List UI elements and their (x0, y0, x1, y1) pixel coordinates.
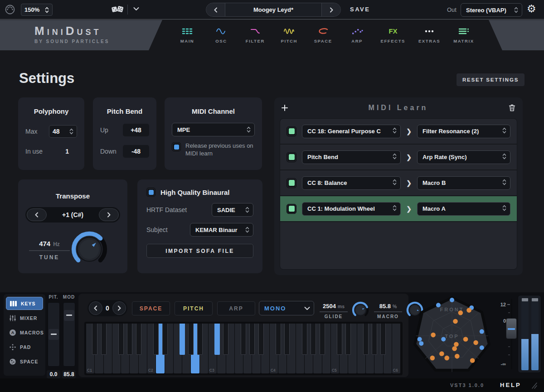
glide-value[interactable]: 2504 (323, 303, 336, 310)
wheel-track[interactable] (48, 302, 60, 367)
release-previous-checkbox[interactable] (172, 142, 181, 151)
zoom-level-control[interactable]: 150% (21, 4, 53, 16)
black-key-fs4[interactable] (302, 324, 307, 355)
macro-value[interactable]: 85.8 (379, 303, 391, 310)
sidebar-item-space[interactable]: SPACE (6, 355, 43, 368)
sidebar-item-macros[interactable]: AMACROS (6, 326, 43, 339)
tab-matrix[interactable]: MATRIX (453, 27, 474, 44)
wheel-handle[interactable] (49, 329, 59, 340)
preset-name[interactable]: Moogey Leyd* (225, 6, 321, 13)
mapping-enabled-checkbox[interactable] (287, 152, 296, 162)
polyphony-max-stepper[interactable]: 48 (49, 125, 77, 138)
help-button[interactable]: HELP (500, 382, 521, 388)
midi-learn-row[interactable]: CC 18: General Purpose C❯Filter Resonanc… (280, 119, 517, 145)
octave-up-button[interactable] (112, 301, 126, 315)
tab-effects[interactable]: FXEFFECTS (381, 27, 405, 44)
mapping-target-select[interactable]: Filter Resonance (2) (417, 125, 510, 138)
add-mapping-icon[interactable] (282, 105, 288, 111)
black-key-as4[interactable] (320, 324, 325, 355)
wheel-track[interactable] (63, 302, 75, 367)
high-quality-binaural-checkbox[interactable] (146, 188, 155, 197)
resize-handle-icon[interactable] (529, 382, 538, 389)
black-key-ds3[interactable] (223, 324, 228, 355)
mapping-enabled-checkbox[interactable] (287, 126, 296, 136)
black-key-gs5[interactable] (372, 324, 377, 355)
black-key-ds4[interactable] (284, 324, 290, 355)
bend-down-value[interactable]: -48 (123, 145, 149, 158)
tab-osc[interactable]: OSC (211, 27, 232, 44)
sidebar-item-mixer[interactable]: MIXER (6, 311, 43, 324)
black-key-as5[interactable] (380, 324, 386, 355)
black-key-cs4[interactable] (276, 324, 281, 355)
mapping-source-select[interactable]: CC 18: General Purpose C (302, 125, 401, 138)
save-button[interactable]: SAVE (350, 6, 370, 13)
black-key-gs4[interactable] (311, 324, 316, 355)
mode-button-pitch[interactable]: PITCH (175, 301, 213, 315)
black-key-fs2[interactable] (180, 324, 185, 355)
glide-knob[interactable] (351, 301, 369, 321)
tab-pitch[interactable]: PITCH (279, 27, 300, 44)
black-key-as3[interactable] (258, 324, 264, 355)
black-key-cs1[interactable] (92, 324, 97, 355)
mapping-source-select[interactable]: Pitch Bend (302, 150, 401, 164)
preset-prev-button[interactable] (206, 3, 225, 16)
black-key-fs5[interactable] (363, 324, 369, 355)
tune-value[interactable]: 474 (39, 240, 50, 247)
tune-knob[interactable] (70, 230, 109, 271)
mode-button-space[interactable]: SPACE (132, 301, 170, 315)
black-key-fs1[interactable] (118, 324, 124, 355)
wheel-handle[interactable] (64, 310, 74, 321)
settings-gear-icon[interactable]: ⚙ (527, 4, 536, 14)
black-key-cs5[interactable] (337, 324, 342, 355)
preset-next-button[interactable] (321, 3, 340, 16)
black-key-ds2[interactable] (162, 324, 168, 355)
transpose-next-button[interactable] (99, 208, 119, 221)
volume-fader-handle[interactable] (506, 318, 517, 339)
mapping-target-select[interactable]: Macro A (417, 202, 510, 216)
midi-learn-row[interactable]: CC 1: Modulation Wheel❯Macro A (280, 196, 517, 222)
sidebar-item-pad[interactable]: PAD (6, 340, 43, 353)
mapping-target-select[interactable]: Arp Rate (Sync) (417, 150, 510, 164)
mapping-source-select[interactable]: CC 1: Modulation Wheel (302, 202, 401, 216)
black-key-ds5[interactable] (345, 324, 351, 355)
mapping-target-select[interactable]: Macro B (417, 176, 510, 190)
bend-up-value[interactable]: +48 (123, 124, 149, 136)
subject-select[interactable]: KEMAR Binaur (190, 223, 253, 237)
midi-learn-row[interactable]: Pitch Bend❯Arp Rate (Sync) (280, 145, 517, 170)
import-sofa-file-button[interactable]: IMPORT SOFA FILE (146, 244, 253, 258)
reset-settings-button[interactable]: RESET SETTINGS (457, 73, 525, 86)
black-key-gs2[interactable] (188, 324, 194, 355)
space-visualizer[interactable]: FRONTTOP (409, 293, 495, 377)
midi-learn-row[interactable]: CC 8: Balance❯Macro B (280, 170, 517, 196)
white-key-c6[interactable]: C6 (392, 324, 400, 373)
black-key-cs3[interactable] (214, 324, 220, 355)
chevron-right-icon (107, 212, 111, 218)
voice-mode-select[interactable]: MONO (259, 301, 314, 315)
tab-arp[interactable]: ARP (347, 27, 368, 44)
chevron-down-icon[interactable] (133, 7, 139, 11)
mapping-source-select[interactable]: CC 8: Balance (302, 176, 401, 190)
black-key-fs3[interactable] (241, 324, 246, 355)
black-key-gs1[interactable] (127, 324, 132, 355)
midi-input-icon[interactable] (5, 4, 15, 15)
output-select[interactable]: Stereo (VBAP) (461, 3, 522, 17)
midi-channel-select[interactable]: MPE (172, 123, 255, 136)
mode-button-arp[interactable]: ARP (217, 301, 255, 315)
black-key-ds1[interactable] (101, 324, 107, 355)
transpose-prev-button[interactable] (27, 208, 47, 221)
tab-filter[interactable]: FILTER (245, 27, 266, 44)
black-key-gs3[interactable] (249, 324, 255, 355)
black-key-as1[interactable] (136, 324, 141, 355)
randomize-dice-icon[interactable] (112, 5, 123, 15)
black-key-cs2[interactable] (153, 324, 159, 355)
hrtf-dataset-select[interactable]: SADIE (212, 203, 253, 217)
delete-mapping-icon[interactable] (509, 104, 515, 111)
mapping-enabled-checkbox[interactable] (287, 204, 296, 214)
tab-extras[interactable]: EXTRAS (418, 27, 440, 44)
black-key-as2[interactable] (197, 324, 203, 355)
tab-main[interactable]: MAIN (177, 27, 198, 44)
octave-down-button[interactable] (89, 301, 102, 315)
sidebar-item-keys[interactable]: KEYS (6, 297, 43, 310)
mapping-enabled-checkbox[interactable] (287, 178, 296, 188)
tab-space[interactable]: SPACE (313, 27, 334, 44)
